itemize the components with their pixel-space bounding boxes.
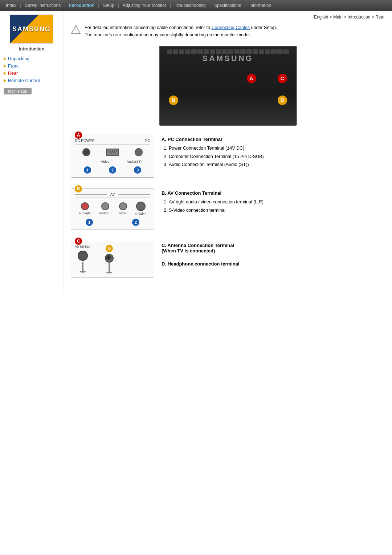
logo-text: SAMSUNG (12, 25, 51, 33)
step-2-badge: 2 (109, 166, 116, 174)
samsung-logo: SAMSUNG (10, 15, 53, 44)
intro-section: ! For detailed information concerning ca… (71, 24, 385, 39)
monitor-label-a: A (247, 74, 256, 83)
main-content: English > Main > Introduction > Rear ! F… (64, 11, 392, 292)
intro-text-content: For detailed information concerning cabl… (85, 24, 277, 39)
svg-point-10 (113, 153, 114, 154)
step-2-b: 2 (132, 219, 139, 226)
svg-point-3 (108, 151, 109, 152)
section-b-list: AV right audio / video connection termin… (162, 198, 385, 214)
monitor-rear-image: SAMSUNG A B C D (159, 46, 297, 126)
video-av-label: Video (119, 211, 127, 215)
antenna-post (79, 262, 86, 273)
sidebar-item-remote-control[interactable]: Remote Control (2, 77, 61, 84)
arrow-icon (4, 64, 6, 68)
arrow-icon (4, 79, 6, 82)
section-a-container: A DC POWER PC (71, 135, 385, 178)
nav-setup[interactable]: Setup (101, 2, 116, 9)
av-header: AV (110, 193, 115, 197)
section-c-title: C. Antenna Connection Terminal (When TV … (162, 243, 385, 254)
nav-index[interactable]: Index (4, 2, 19, 9)
section-a-badge: A (75, 131, 82, 139)
arrow-icon (4, 72, 6, 75)
nav-adjusting[interactable]: Adjusting Your Monitor (121, 2, 168, 9)
power-connector (82, 148, 90, 156)
nav-specifications[interactable]: Specifications (212, 2, 243, 9)
sidebar-section-label: Introduction (2, 46, 61, 52)
antenna-label: ANTENNA (75, 245, 90, 248)
svg-rect-17 (106, 272, 112, 273)
section-a-title: A. PC Connection Terminal (162, 137, 385, 142)
antenna-connector (78, 251, 88, 261)
nav-introduction[interactable]: Introduction (67, 2, 97, 9)
section-a-list: Power Connection Terminal (14V DC) Compu… (162, 144, 385, 169)
nav-safety[interactable]: Safety Instructions (23, 2, 63, 9)
section-cd-description: C. Antenna Connection Terminal (When TV … (162, 241, 385, 269)
section-b-description: B. AV Connection Terminal AV right audio… (162, 189, 385, 214)
audio-l-label: Audio(L) (99, 211, 111, 215)
section-b-container: B AV Audio(R) Audio(L) (71, 189, 385, 230)
list-item: AV right audio / video connection termin… (169, 198, 385, 206)
sidebar: SAMSUNG Introduction Unpacking Front Rea… (0, 11, 64, 292)
main-page-button[interactable]: Main Page (4, 88, 32, 94)
svg-point-7 (115, 151, 117, 152)
section-d-title: D. Headphone connection terminal (162, 261, 385, 267)
section-c-badge: C (75, 238, 82, 245)
monitor-label-d: D (278, 96, 287, 105)
av-diagram: AV Audio(R) Audio(L) (75, 193, 150, 226)
sidebar-item-rear[interactable]: Rear (2, 70, 61, 77)
svg-point-9 (111, 153, 112, 154)
sidebar-item-front[interactable]: Front (2, 62, 61, 70)
step-1-b: 1 (86, 219, 93, 226)
svideo-label: S-Video (135, 212, 147, 216)
list-item: Audio Connection Terminal (Audio (ST)) (169, 161, 385, 169)
monitor-image-container: SAMSUNG A B C D (71, 46, 385, 126)
nav-troubleshooting[interactable]: Troubleshooting (172, 2, 208, 9)
sidebar-item-unpacking[interactable]: Unpacking (2, 55, 61, 62)
audio-st-connector (135, 148, 143, 156)
intro-text-2: under Setup. (250, 25, 277, 30)
audio-r-connector: Audio(R) (78, 202, 91, 215)
section-a-description: A. PC Connection Terminal Power Connecti… (162, 135, 385, 169)
section-b-badge: B (75, 185, 82, 193)
monitor-label-c: C (278, 74, 287, 83)
video-connector (106, 149, 119, 156)
pc-diagram: DC POWER PC (75, 139, 150, 174)
svideo-connector: S-Video (135, 202, 147, 216)
section-cd-diagram: C ANTENNA D (71, 241, 154, 278)
antenna-section: ANTENNA (75, 245, 90, 273)
info-icon: ! (71, 25, 81, 37)
monitor-brand: SAMSUNG (202, 54, 253, 63)
nav-information[interactable]: Information (247, 2, 273, 9)
section-cd-container: C ANTENNA D (71, 241, 385, 278)
step-3-badge: 3 (134, 166, 141, 174)
section-b-diagram: B AV Audio(R) Audio(L) (71, 189, 154, 230)
svg-point-5 (112, 151, 113, 152)
connecting-cables-link[interactable]: Connecting Cables (212, 25, 250, 30)
svg-point-15 (107, 256, 110, 259)
dc-power-label: DC POWER (75, 139, 95, 143)
svg-point-11 (115, 153, 116, 154)
svg-point-6 (114, 151, 115, 152)
vent-lines (167, 49, 289, 54)
monitor-label-b: B (169, 96, 178, 105)
audio-r-label: Audio(R) (78, 211, 91, 215)
video-av-connector: Video (119, 202, 127, 215)
headphone-connector (105, 254, 114, 263)
cd-inner: ANTENNA D (75, 245, 150, 274)
svg-point-8 (109, 153, 110, 154)
video-label: Video (101, 160, 109, 163)
svg-rect-13 (80, 271, 86, 272)
section-c-subtitle: (When TV is connected) (162, 248, 215, 254)
top-navigation: Index | Safety Instructions | Introducti… (0, 0, 392, 11)
list-item: Computer Connection Terminal (15 Pin D-S… (169, 153, 385, 161)
svg-rect-2 (107, 149, 118, 155)
svg-text:!: ! (75, 27, 77, 33)
audio-st-label: Audio(ST) (127, 160, 142, 163)
arrow-icon (4, 57, 6, 61)
section-d-badge: D (106, 245, 113, 252)
breadcrumb: English > Main > Introduction > Rear (71, 15, 385, 20)
section-b-title: B. AV Connection Terminal (162, 190, 385, 196)
pc-label: PC (145, 139, 150, 143)
audio-l-connector: Audio(L) (99, 202, 111, 215)
